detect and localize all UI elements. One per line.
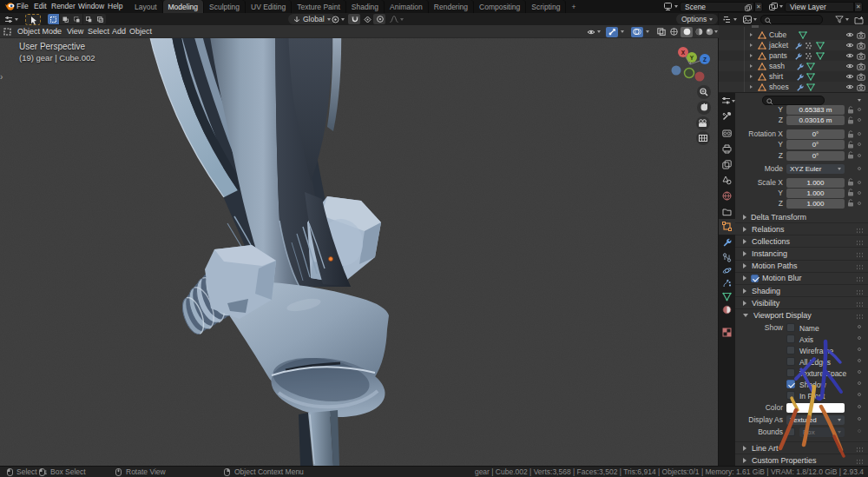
show-gizmo-button[interactable] — [606, 27, 618, 37]
rotation-z-field[interactable]: 0° — [786, 151, 845, 161]
animate-dot[interactable] — [858, 142, 861, 146]
tab-rendering[interactable]: Rendering — [429, 0, 474, 13]
scene-icon[interactable] — [664, 3, 674, 10]
rotation-x-field[interactable]: 0° — [786, 129, 845, 139]
unlink-scene-button[interactable]: ✕ — [754, 2, 763, 12]
lock-icon[interactable] — [847, 141, 854, 149]
hide-eye-icon[interactable] — [845, 63, 854, 70]
particles-icon[interactable] — [805, 52, 812, 60]
panel-relations[interactable]: Relations — [735, 222, 868, 235]
view-layer-field[interactable]: View Layer — [785, 2, 854, 12]
transform-orientation-dropdown[interactable]: Global — [288, 14, 336, 24]
select-mode-extend-button[interactable] — [60, 14, 71, 24]
expand-arrow-icon[interactable] — [750, 54, 753, 57]
gizmo-axis-neg-z[interactable] — [672, 66, 681, 76]
panel-shading[interactable]: Shading — [735, 284, 868, 296]
tab-sculpting[interactable]: Sculpting — [204, 0, 246, 13]
animate-dot[interactable] — [858, 118, 861, 122]
snap-toggle-button[interactable] — [348, 14, 360, 24]
menu-file[interactable]: File — [13, 0, 32, 13]
select-mode-invert-button[interactable] — [83, 14, 95, 24]
panel-grip[interactable] — [856, 252, 864, 258]
add-workspace-button[interactable]: + — [566, 0, 581, 13]
toolbar-expand-arrow[interactable]: › — [0, 72, 3, 82]
tab-particles-icon[interactable] — [722, 279, 732, 288]
show-name-checkbox[interactable] — [786, 323, 795, 332]
editor-divider[interactable] — [718, 13, 719, 466]
gizmo-axis-neg-y[interactable] — [685, 69, 694, 78]
tab-physics-icon[interactable] — [722, 266, 732, 275]
viewport-color-swatch[interactable] — [786, 403, 845, 413]
viewport-canvas[interactable]: X Y Z — [0, 25, 719, 466]
outliner-search-field[interactable] — [760, 15, 823, 24]
panel-grip[interactable] — [856, 447, 864, 453]
tab-shading[interactable]: Shading — [346, 0, 385, 13]
animate-dot[interactable] — [858, 167, 861, 170]
bounds-dropdown[interactable]: Box — [799, 427, 845, 437]
outliner-row-cube[interactable]: Cube — [719, 30, 868, 40]
hide-eye-icon[interactable] — [845, 31, 854, 38]
expand-arrow-icon[interactable] — [750, 85, 753, 89]
panel-motion-blur[interactable]: Motion Blur — [735, 272, 868, 284]
outliner-row-jacket[interactable]: jacket — [719, 40, 868, 50]
outliner-row-shoes[interactable]: shoes — [719, 82, 868, 92]
orthographic-toggle-button[interactable] — [696, 131, 710, 145]
tab-animation[interactable]: Animation — [385, 0, 429, 13]
animate-dot[interactable] — [858, 132, 861, 136]
scale-x-field[interactable]: 1.000 — [786, 178, 845, 188]
camera-view-button[interactable] — [696, 116, 710, 130]
animate-dot[interactable] — [858, 202, 861, 205]
modifier-wrench-icon[interactable] — [794, 42, 802, 50]
lock-icon[interactable] — [847, 106, 854, 114]
select-mode-intersect-button[interactable] — [95, 14, 106, 24]
modifier-wrench-icon[interactable] — [796, 63, 804, 70]
panel-grip[interactable] — [856, 276, 864, 282]
animate-dot[interactable] — [858, 348, 861, 351]
remove-view-layer-button[interactable]: ✕ — [854, 2, 863, 12]
location-y-field[interactable]: 0.65383 m — [786, 105, 845, 115]
rotation-mode-dropdown[interactable]: XYZ Euler — [786, 164, 845, 174]
disable-render-camera-icon[interactable] — [857, 83, 865, 91]
panel-grip[interactable] — [856, 459, 864, 465]
show-overlays-button[interactable] — [631, 27, 643, 37]
expand-arrow-icon[interactable] — [750, 33, 753, 36]
expand-arrow-icon[interactable] — [750, 64, 753, 68]
shading-wireframe-icon[interactable] — [670, 28, 678, 36]
lock-icon[interactable] — [847, 151, 854, 159]
panel-grip[interactable] — [856, 301, 864, 308]
show-texture-space-checkbox[interactable] — [786, 368, 795, 377]
rotation-y-field[interactable]: 0° — [786, 140, 845, 149]
xray-toggle-icon[interactable] — [657, 28, 666, 36]
pan-button[interactable] — [697, 101, 711, 115]
animate-dot[interactable] — [858, 191, 861, 195]
scale-y-field[interactable]: 1.000 — [786, 189, 845, 198]
show-wireframe-checkbox[interactable] — [786, 346, 795, 354]
animate-dot[interactable] — [858, 108, 861, 111]
tab-constraints-icon[interactable] — [722, 253, 732, 262]
tab-uv-editing[interactable]: UV Editing — [246, 0, 292, 13]
hide-eye-icon[interactable] — [845, 73, 854, 80]
tab-layout[interactable]: Layout — [129, 0, 163, 13]
modifier-wrench-icon[interactable] — [796, 83, 804, 91]
tab-object-icon[interactable] — [722, 222, 732, 231]
menu-object[interactable]: Object — [125, 25, 156, 38]
tab-compositing[interactable]: Compositing — [474, 0, 526, 13]
proportional-edit-button[interactable] — [373, 14, 385, 24]
panel-delta-transform[interactable]: Delta Transform — [743, 211, 806, 222]
mesh-data-icon[interactable] — [816, 42, 825, 50]
hide-eye-icon[interactable] — [845, 42, 854, 49]
bounds-checkbox[interactable] — [786, 427, 795, 436]
menu-window[interactable]: Window — [75, 0, 108, 13]
lock-icon[interactable] — [847, 116, 854, 124]
mesh-data-icon[interactable] — [806, 63, 815, 70]
disable-render-camera-icon[interactable] — [857, 31, 865, 39]
animate-dot[interactable] — [858, 429, 861, 433]
tab-object-data-icon[interactable] — [722, 292, 732, 301]
filter-funnel-icon[interactable] — [835, 16, 844, 23]
panel-grip[interactable] — [856, 228, 864, 234]
shading-material-icon[interactable] — [695, 28, 703, 36]
panel-grip[interactable] — [856, 289, 864, 295]
new-collection-icon[interactable] — [854, 16, 864, 24]
object-types-visibility-icon[interactable] — [587, 29, 595, 36]
scene-field[interactable]: Scene — [680, 2, 754, 12]
